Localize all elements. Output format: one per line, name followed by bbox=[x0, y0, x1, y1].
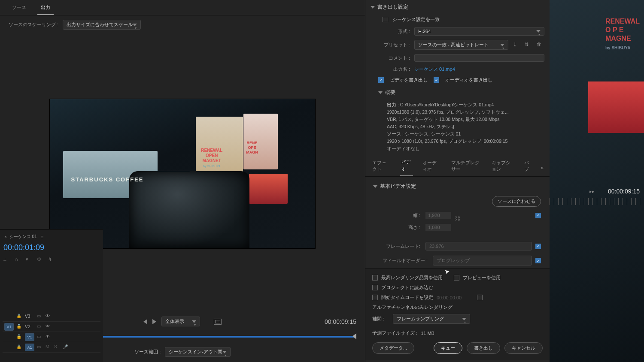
export-settings-header[interactable]: 書き出し設定 bbox=[365, 0, 550, 14]
start-tc-label: 開始タイムコードを設定 bbox=[381, 294, 433, 301]
mute-icon[interactable]: M bbox=[46, 344, 52, 350]
interpolation-label: 補間 : bbox=[372, 316, 389, 322]
timeline-timecode[interactable]: 00:00:01:09 bbox=[3, 241, 100, 254]
use-preview-checkbox[interactable] bbox=[454, 275, 459, 281]
zoom-fit-select[interactable]: 全体表示▾ bbox=[161, 317, 200, 326]
out-point-handle[interactable] bbox=[352, 333, 356, 339]
source-range-select[interactable]: シーケンスイン-アウト間▾ bbox=[165, 347, 231, 357]
start-tc-checkbox[interactable] bbox=[372, 295, 378, 300]
estimated-size-label: 予測ファイルサイズ : bbox=[372, 330, 417, 336]
max-quality-label: 最高レンダリング品質を使用 bbox=[381, 275, 443, 281]
preview-text-magnet2: RENEOPEMAGN bbox=[246, 141, 258, 155]
track-target-v1[interactable]: V1 bbox=[4, 323, 14, 331]
height-input[interactable]: 1,080 bbox=[425, 224, 451, 231]
interpolation-select[interactable]: フレームサンプリング▾ bbox=[393, 314, 470, 324]
match-sequence-checkbox[interactable] bbox=[383, 17, 388, 22]
preview-text-magnet: RENEWALOPENMAGNETby SHIBUYA bbox=[201, 148, 222, 169]
export-audio-checkbox[interactable] bbox=[434, 77, 439, 83]
comment-input[interactable] bbox=[414, 54, 544, 62]
delete-preset-icon[interactable]: 🗑 bbox=[537, 42, 544, 48]
fps-lock-checkbox[interactable] bbox=[535, 244, 541, 249]
step-back-icon[interactable] bbox=[143, 319, 147, 324]
lock-icon[interactable]: 🔒 bbox=[16, 344, 22, 350]
panel-menu-icon[interactable]: ≡ bbox=[41, 235, 44, 239]
basic-video-header[interactable]: 基本ビデオ設定 bbox=[380, 183, 416, 190]
export-button[interactable]: 書き出し bbox=[467, 342, 500, 354]
field-lock-checkbox[interactable] bbox=[535, 258, 541, 263]
link-dimensions-icon[interactable]: ⛓ bbox=[455, 215, 460, 222]
voice-over-icon[interactable]: 🎤 bbox=[63, 344, 69, 350]
sync-lock-icon[interactable]: ▭ bbox=[37, 344, 43, 350]
wrench-icon[interactable]: ↯ bbox=[48, 256, 54, 262]
chevron-down-icon bbox=[378, 91, 383, 94]
use-preview-label: プレビューを使用 bbox=[463, 275, 501, 281]
sync-lock-icon[interactable]: ▭ bbox=[37, 314, 43, 320]
source-scaling-select[interactable]: 出力サイズに合わせてスケール▾ bbox=[63, 20, 141, 30]
field-order-select[interactable]: プログレッシブ bbox=[433, 256, 532, 265]
tab-output[interactable]: 出力 bbox=[37, 3, 54, 15]
output-name-link[interactable]: シーケンス 01.mp4 bbox=[414, 66, 455, 72]
tab-caption[interactable]: キャプション bbox=[491, 160, 515, 176]
width-input[interactable]: 1,920 bbox=[425, 212, 451, 219]
sync-lock-icon[interactable]: ▭ bbox=[37, 334, 43, 340]
video-preview[interactable]: STARBUCKS COFFEE RENEWALOPENMAGNETby SHI… bbox=[49, 99, 316, 249]
tab-source[interactable]: ソース bbox=[9, 3, 30, 15]
settings-icon[interactable]: ⚙ bbox=[37, 256, 43, 262]
width-label: 幅 : bbox=[383, 212, 425, 219]
solo-icon[interactable]: S bbox=[54, 344, 60, 350]
metadata-button[interactable]: メタデータ... bbox=[372, 342, 414, 354]
bg-text-magnet: RENEWALO P EMAGNEby SHIBUYA bbox=[605, 17, 640, 52]
summary-header[interactable]: 概要 bbox=[385, 89, 395, 96]
preset-select[interactable]: ソースの一致 - 高速ビットレート▾ bbox=[414, 40, 508, 50]
fps-select[interactable]: 23.976 bbox=[425, 242, 532, 250]
format-label: 形式 : bbox=[383, 28, 410, 35]
height-label: 高さ : bbox=[383, 224, 425, 231]
tab-multiplexer[interactable]: マルチプレクサー bbox=[450, 160, 482, 176]
sequence-tab-name[interactable]: シーケンス 01 bbox=[9, 234, 37, 240]
export-audio-label: オーディオを書き出し bbox=[445, 77, 492, 83]
close-tab-icon[interactable]: × bbox=[4, 235, 7, 239]
output-name-label: 出力名 : bbox=[383, 66, 410, 72]
track-v2-label[interactable]: V2 bbox=[25, 324, 34, 329]
safe-margins-icon[interactable] bbox=[214, 319, 222, 325]
queue-button[interactable]: キュー bbox=[434, 342, 462, 354]
program-timecode: 00:00:09:15 bbox=[608, 188, 640, 195]
step-forward-icon[interactable] bbox=[152, 319, 156, 324]
cancel-button[interactable]: キャンセル bbox=[504, 342, 543, 354]
tab-publish[interactable]: パブ bbox=[523, 160, 532, 176]
import-preset-icon[interactable]: ⇅ bbox=[525, 42, 532, 48]
snap-icon[interactable]: ⟂ bbox=[3, 256, 9, 262]
alpha-only-checkbox[interactable] bbox=[477, 295, 483, 300]
eye-icon[interactable] bbox=[46, 324, 52, 330]
lock-icon[interactable]: 🔒 bbox=[16, 334, 22, 340]
linked-selection-icon[interactable]: ∩ bbox=[15, 256, 21, 262]
field-order-label: フィールドオーダー : bbox=[383, 257, 433, 264]
track-v1-label[interactable]: V1 bbox=[25, 333, 34, 341]
chevron-down-icon: ▾ bbox=[133, 24, 137, 26]
preview-text-starbucks: STARBUCKS COFFEE bbox=[71, 176, 143, 183]
tab-audio[interactable]: オーディオ bbox=[422, 160, 442, 176]
track-v3-label[interactable]: V3 bbox=[25, 314, 34, 319]
import-project-checkbox[interactable] bbox=[372, 285, 378, 290]
lock-icon[interactable]: 🔒 bbox=[16, 324, 22, 330]
tab-effects[interactable]: エフェクト bbox=[371, 160, 392, 176]
marker-icon[interactable]: ▾ bbox=[26, 256, 32, 262]
width-lock-checkbox[interactable] bbox=[535, 213, 541, 218]
estimated-size-value: 11 MB bbox=[421, 331, 434, 336]
timecode-out: 00:00:09:15 bbox=[325, 318, 356, 325]
eye-icon[interactable] bbox=[46, 314, 52, 320]
format-select[interactable]: H.264▾ bbox=[414, 27, 544, 36]
save-preset-icon[interactable]: ⭳ bbox=[513, 42, 520, 48]
tab-video[interactable]: ビデオ bbox=[400, 159, 413, 176]
lock-icon[interactable]: 🔒 bbox=[16, 314, 22, 320]
export-video-checkbox[interactable] bbox=[378, 77, 384, 83]
comment-label: コメント : bbox=[383, 55, 410, 61]
eye-icon[interactable] bbox=[46, 334, 52, 340]
export-frame-icon[interactable]: ▸▸ bbox=[589, 189, 595, 194]
tabs-overflow-icon[interactable]: » bbox=[541, 165, 544, 170]
max-quality-checkbox[interactable] bbox=[372, 275, 378, 281]
timeline-ruler[interactable] bbox=[550, 198, 644, 205]
sync-lock-icon[interactable]: ▭ bbox=[37, 324, 43, 330]
match-source-button[interactable]: ソースに合わせる bbox=[492, 196, 541, 207]
track-a1-label[interactable]: A1 bbox=[25, 344, 34, 351]
